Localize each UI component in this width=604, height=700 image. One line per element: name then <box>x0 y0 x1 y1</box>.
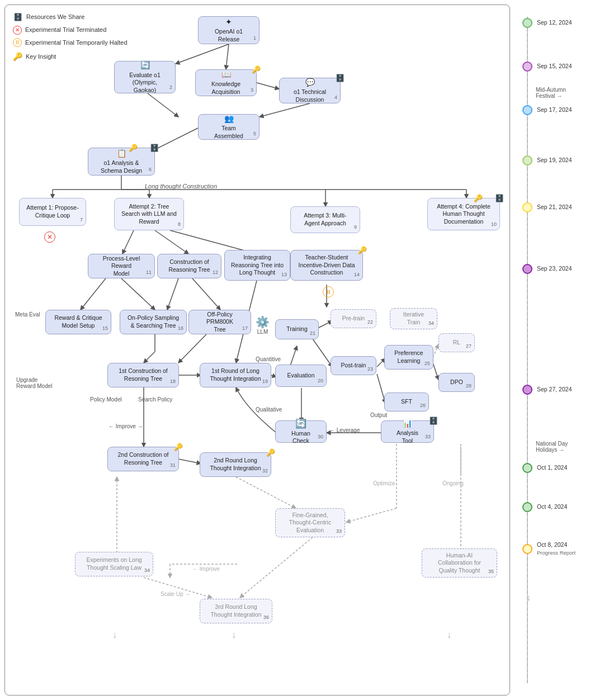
arrow-down-36: ↓ <box>232 630 236 640</box>
svg-line-15 <box>122 230 134 254</box>
node-28-label: DPO <box>450 379 463 386</box>
timeline-arrow-down: ↓ <box>526 593 531 603</box>
node-36-label: 3rd Round LongThought Integration <box>210 603 261 618</box>
node-attempt3: Attempt 3: Multi-Agent Approach 9 <box>290 206 360 233</box>
node-reward-critique: Reward & CritiqueModel Setup 15 <box>45 310 111 334</box>
diagram-area: 🗄️ Resources We Share ✕ Experimental Tri… <box>4 4 510 696</box>
node-evaluate-o1: 🔄 Evaluate o1(Olympic,Gaokao) 2 <box>114 61 176 93</box>
node-it-num: 34 <box>428 320 434 327</box>
label-sep27: Sep 27, 2024 <box>537 386 572 394</box>
node-26-num: 26 <box>420 403 426 409</box>
node-12-num: 12 <box>213 269 218 276</box>
svg-line-31 <box>310 335 332 367</box>
svg-line-48 <box>346 508 397 522</box>
node-26-label: SFT <box>401 398 412 406</box>
upgrade-label: UpgradeReward Model <box>16 377 52 389</box>
node-1-label: OpenAI o1Release <box>215 28 243 43</box>
node-21-num: 21 <box>310 330 315 337</box>
node-32-label: 2nd Round LongThought Integration <box>210 457 261 472</box>
node-27-label: RL <box>453 339 460 347</box>
node-2-label: Evaluate o1(Olympic,Gaokao) <box>129 72 160 94</box>
node-1st-construction: 1st Construction ofResoning Tree 18 <box>107 363 179 387</box>
node-7-label: Attempt 1: Propose-Critique Loop <box>26 204 78 219</box>
dot-sep21 <box>522 202 532 212</box>
node-2nd-round: 2nd Round LongThought Integration 32 🔑 <box>200 452 271 477</box>
node-20-num: 20 <box>318 378 323 385</box>
node-8-label: Attempt 2: TreeSearch with LLM andReward <box>121 203 177 226</box>
dot-sep17 <box>522 105 532 115</box>
leverage-label: ← Leverage <box>329 427 360 433</box>
dot-sep19 <box>522 155 532 165</box>
node-12-label: Construction ofReasoning Tree <box>168 258 210 273</box>
node-5-label: TeamAssembled <box>214 125 243 140</box>
node-16-label: On-Policy Sampling& Searching Tree <box>128 314 179 329</box>
node-14-label: Teacher-StudentIncentive-Driven DataCons… <box>299 254 355 277</box>
label-sep15: Sep 15, 2024 <box>537 63 572 70</box>
timeline-sep27: Sep 27, 2024 <box>515 385 572 395</box>
node-scaling-law: Experiments on LongThought Scaling Law 3… <box>75 552 153 576</box>
svg-line-16 <box>155 230 188 254</box>
db-badge-33: 🗄️ <box>429 417 438 426</box>
node-34-num: 34 <box>144 567 150 574</box>
node-teacher-student: Teacher-StudentIncentive-Driven DataCons… <box>290 250 363 281</box>
node-23-num: 23 <box>367 366 373 373</box>
node-36-num: 36 <box>263 614 269 621</box>
node-8-num: 8 <box>178 221 181 228</box>
key-badge-6: 🔑 <box>129 144 138 153</box>
node-fine-grained: Fine-Grained,Thought-CentricEvaluation 3… <box>275 508 345 537</box>
node-3rd-round: 3rd Round LongThought Integration 36 <box>200 599 272 623</box>
node-21-label: Training <box>286 325 308 333</box>
key-badge-10: 🔑 <box>474 194 483 204</box>
node-attempt2: Attempt 2: TreeSearch with LLM andReward… <box>114 198 184 230</box>
key-insight-icon: 🔑 <box>13 50 22 64</box>
svg-line-2 <box>257 83 279 89</box>
improve-label-18: ← Improve → <box>108 423 143 429</box>
node-19-label: 1st Round of LongThought Integration <box>210 367 261 382</box>
openai-icon: ✦ <box>225 17 232 27</box>
legend-halted-label: Experimental Trial Temporarily Halted <box>25 37 128 49</box>
timeline-sep15: Sep 15, 2024 <box>515 62 572 72</box>
dot-sep12 <box>522 18 532 28</box>
tool-icon: 📊 <box>403 418 412 428</box>
legend-item-halted: ⏸ Experimental Trial Temporarily Halted <box>13 37 128 49</box>
node-2nd-construction: 2nd Construction ofResoning Tree 31 🔑 <box>107 447 179 471</box>
section-long-thought: Long thought Construction <box>145 183 217 190</box>
node-6-label: o1 Analysis &Schema Design <box>101 159 142 174</box>
node-3-num: 3 <box>251 87 253 94</box>
label-sep21: Sep 21, 2024 <box>537 204 572 211</box>
timeline-sep23: Sep 23, 2024 <box>515 264 572 274</box>
svg-line-40 <box>236 477 296 508</box>
timeline-oct8: Oct 8, 2024Progress Report <box>515 541 575 556</box>
node-35-label: Human-AICollaboration forQuality Thought <box>438 552 481 575</box>
node-30-label: HumanCheck <box>291 430 310 445</box>
node-reward-model: Process-Level RewardModel 11 <box>88 254 155 278</box>
label-sep12: Sep 12, 2024 <box>537 19 572 27</box>
node-16-num: 16 <box>178 325 183 332</box>
node-35-num: 35 <box>488 569 494 575</box>
key-badge-32: 🔑 <box>266 448 275 458</box>
node-attempt4: Attempt 4: CompleteHuman ThoughtDocument… <box>427 198 500 230</box>
node-28-num: 28 <box>466 383 471 390</box>
node-team: 👥 TeamAssembled 5 <box>198 114 259 140</box>
meta-eval-label: Meta Eval <box>15 311 40 318</box>
policy-model-label: Policy Model <box>90 396 122 403</box>
terminated-icon: ✕ <box>13 26 22 35</box>
node-3-label: KnowledgeAcquisition <box>211 81 240 96</box>
db-badge-6: 🗄️ <box>150 144 159 153</box>
node-33-tool-label: AnalysisTool <box>397 429 418 444</box>
node-2-num: 2 <box>169 84 172 91</box>
optimize-label: Optimize <box>373 480 395 486</box>
node-training: Training 21 <box>275 319 319 339</box>
legend-resources-label: Resources We Share <box>26 12 84 23</box>
halted-icon: ⏸ <box>13 38 22 47</box>
svg-line-3 <box>148 93 178 117</box>
key-badge-14: 🔑 <box>358 246 367 256</box>
label-sep17: Sep 17, 2024 <box>537 106 572 114</box>
schema-icon: 📋 <box>117 148 126 158</box>
key-badge-31: 🔑 <box>174 443 183 452</box>
database-icon: 🗄️ <box>13 12 23 22</box>
node-schema: 📋 o1 Analysis &Schema Design 6 🔑 🗄️ <box>88 148 155 176</box>
db-badge-10: 🗄️ <box>495 194 504 204</box>
node-7-num: 7 <box>80 217 83 224</box>
svg-line-29 <box>290 346 297 366</box>
